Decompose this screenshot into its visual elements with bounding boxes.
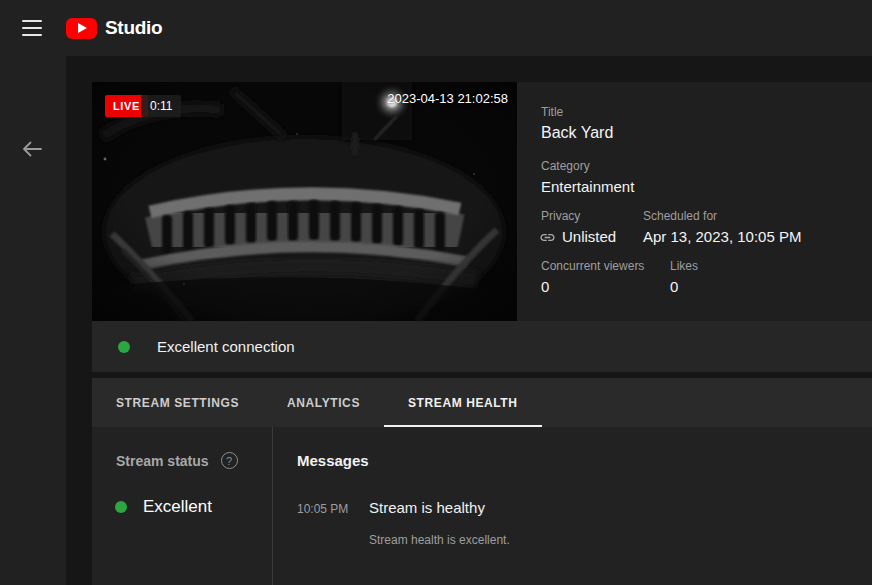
privacy-value-row: Unlisted: [541, 226, 643, 248]
youtube-play-icon: [66, 18, 97, 39]
stream-status-dot: [115, 501, 127, 513]
viewers-value: 0: [541, 276, 670, 298]
stream-status-panel: Stream status ? Excellent: [92, 427, 273, 585]
back-arrow-icon[interactable]: [19, 136, 45, 162]
stream-health-body: Stream status ? Excellent Messages 10:05…: [92, 427, 872, 585]
stream-overview-card: LIVE 0:11 2023-04-13 21:02:58 Title Back…: [92, 82, 872, 372]
tab-stream-settings[interactable]: STREAM SETTINGS: [92, 378, 263, 427]
stream-elapsed-time: 0:11: [141, 95, 181, 117]
connection-status-dot: [118, 341, 130, 353]
tab-analytics[interactable]: ANALYTICS: [263, 378, 384, 427]
field-category: Category Entertainment: [541, 158, 862, 198]
messages-panel: Messages 10:05 PM Stream is healthy Stre…: [273, 427, 872, 585]
tab-stream-health-label: STREAM HEALTH: [408, 396, 518, 410]
likes-label: Likes: [670, 258, 698, 274]
privacy-label: Privacy: [541, 208, 643, 224]
camera-timestamp-overlay: 2023-04-13 21:02:58: [387, 91, 508, 106]
category-value: Entertainment: [541, 176, 862, 198]
stream-status-value: Excellent: [143, 497, 212, 517]
messages-heading: Messages: [297, 452, 872, 469]
video-scene: [92, 82, 517, 321]
stream-health-card: STREAM SETTINGS ANALYTICS STREAM HEALTH …: [92, 378, 872, 585]
connection-status-text: Excellent connection: [157, 338, 295, 355]
field-concurrent-viewers: Concurrent viewers 0: [541, 258, 670, 298]
message-time: 10:05 PM: [297, 499, 369, 547]
scheduled-label: Scheduled for: [643, 208, 801, 224]
field-row-privacy-schedule: Privacy Unlisted Scheduled for Apr 13, 2…: [541, 208, 862, 248]
field-title: Title Back Yard: [541, 104, 862, 144]
message-item: 10:05 PM Stream is healthy Stream health…: [297, 499, 872, 547]
stream-status-heading: Stream status: [116, 453, 209, 469]
stream-status-value-row: Excellent: [116, 497, 272, 517]
top-app-bar: Studio: [0, 0, 872, 56]
stream-status-header: Stream status ?: [116, 452, 272, 469]
message-title: Stream is healthy: [369, 499, 510, 516]
field-row-viewers-likes: Concurrent viewers 0 Likes 0: [541, 258, 862, 298]
scheduled-value: Apr 13, 2023, 10:05 PM: [643, 226, 801, 248]
title-label: Title: [541, 104, 862, 120]
link-icon: [539, 229, 556, 246]
connection-status-bar: Excellent connection: [92, 321, 872, 372]
message-description: Stream health is excellent.: [369, 533, 510, 547]
hamburger-menu-icon[interactable]: [22, 15, 42, 41]
viewers-label: Concurrent viewers: [541, 258, 670, 274]
video-preview: LIVE 0:11 2023-04-13 21:02:58: [92, 82, 517, 321]
category-label: Category: [541, 158, 862, 174]
field-scheduled: Scheduled for Apr 13, 2023, 10:05 PM: [643, 208, 801, 248]
tab-stream-health[interactable]: STREAM HEALTH: [384, 378, 542, 427]
youtube-studio-window: Studio: [0, 0, 872, 585]
title-value: Back Yard: [541, 122, 862, 144]
field-likes: Likes 0: [670, 258, 698, 298]
field-privacy: Privacy Unlisted: [541, 208, 643, 248]
message-body: Stream is healthy Stream health is excel…: [369, 499, 510, 547]
tab-bar: STREAM SETTINGS ANALYTICS STREAM HEALTH: [92, 378, 872, 427]
help-icon[interactable]: ?: [221, 452, 238, 469]
main-content: LIVE 0:11 2023-04-13 21:02:58 Title Back…: [66, 56, 872, 585]
studio-wordmark: Studio: [105, 17, 162, 39]
studio-logo[interactable]: Studio: [66, 17, 162, 39]
left-sidebar: [0, 56, 66, 585]
stream-details-panel: Title Back Yard Category Entertainment P…: [541, 82, 872, 321]
privacy-value: Unlisted: [562, 226, 616, 248]
likes-value: 0: [670, 276, 698, 298]
